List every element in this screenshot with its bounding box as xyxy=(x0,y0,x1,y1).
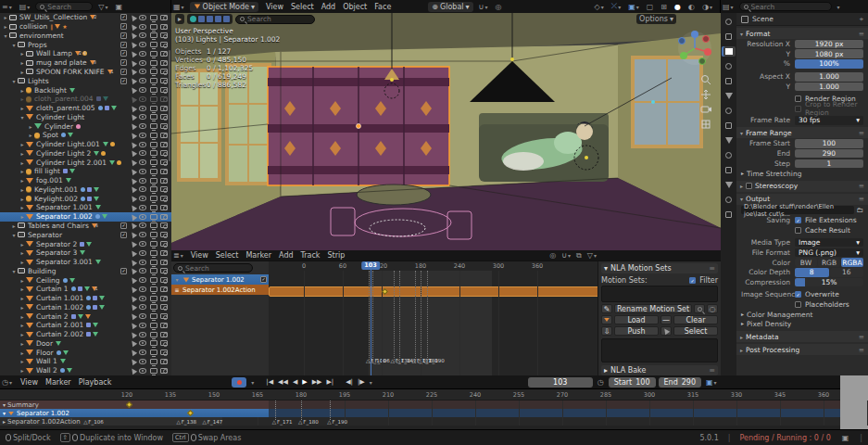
outliner-row[interactable]: ▸Curtain 2.001 xyxy=(0,321,171,330)
disable-viewports-toggle-icon[interactable] xyxy=(150,286,157,292)
menu-select[interactable]: Select xyxy=(212,251,243,260)
color-rgb-button[interactable]: RGB xyxy=(818,258,840,267)
outliner-row[interactable]: ▸Ceiling xyxy=(0,275,171,285)
hide-viewport-toggle-icon[interactable] xyxy=(139,42,146,47)
frame-start-field[interactable]: 100 xyxy=(795,139,863,148)
hide-viewport-toggle-icon[interactable] xyxy=(139,123,146,129)
hide-viewport-toggle-icon[interactable] xyxy=(139,232,146,237)
expander-icon[interactable]: ▸ xyxy=(19,350,26,356)
expander-icon[interactable]: ▸ xyxy=(19,313,26,320)
nla-channel-checkbox[interactable]: ✓ xyxy=(260,276,267,283)
disable-render-toggle-icon[interactable] xyxy=(160,133,168,138)
pixel-density-subsection[interactable]: Pixel Density xyxy=(747,320,791,328)
marker[interactable]: △F_106 xyxy=(83,419,104,425)
selectable-toggle-icon[interactable] xyxy=(129,59,136,67)
properties-search-input[interactable] xyxy=(751,3,827,11)
disable-viewports-toggle-icon[interactable] xyxy=(150,32,157,38)
selectable-toggle-icon[interactable] xyxy=(129,159,136,166)
hide-viewport-toggle-icon[interactable] xyxy=(139,15,146,20)
nla-playhead[interactable] xyxy=(371,261,371,375)
motion-sets-list[interactable] xyxy=(601,286,718,302)
disable-viewports-toggle-icon[interactable] xyxy=(150,277,157,283)
hide-viewport-toggle-icon[interactable] xyxy=(139,196,146,201)
disable-viewports-toggle-icon[interactable] xyxy=(150,150,157,156)
disable-render-toggle-icon[interactable] xyxy=(160,78,168,83)
expander-icon[interactable]: ▸ xyxy=(19,186,26,193)
disable-render-toggle-icon[interactable] xyxy=(160,277,168,283)
outliner-row[interactable]: ▾Building✓ xyxy=(0,266,171,275)
expander-icon[interactable]: ▸ xyxy=(19,177,26,184)
expander-icon[interactable]: ▾ xyxy=(10,232,18,238)
expander-icon[interactable]: ▸ xyxy=(19,367,26,374)
marker[interactable]: △F_180 xyxy=(298,419,319,425)
toggle-ortho-icon[interactable] xyxy=(700,119,711,132)
use-preview-range-icon[interactable]: ◷ xyxy=(596,378,606,387)
expander-icon[interactable]: ▸ xyxy=(19,304,26,311)
selectable-toggle-icon[interactable] xyxy=(129,276,136,284)
outliner-search-input[interactable] xyxy=(47,3,88,11)
disable-render-toggle-icon[interactable] xyxy=(160,24,168,30)
disable-render-toggle-icon[interactable] xyxy=(160,286,168,292)
selectable-toggle-icon[interactable] xyxy=(129,95,136,103)
world-tab-icon[interactable] xyxy=(722,91,736,101)
nla-bake-panel-header[interactable]: ▸NLA Bake≡ xyxy=(601,365,718,375)
nla-editor-type-dropdown[interactable]: ≣▾ xyxy=(171,251,185,260)
selectable-toggle-icon[interactable] xyxy=(129,330,136,337)
prev-keyframe-button[interactable]: ◀◀ xyxy=(276,378,290,386)
disable-viewports-toggle-icon[interactable] xyxy=(150,142,157,147)
stereoscopy-checkbox[interactable] xyxy=(746,183,752,189)
hide-viewport-toggle-icon[interactable] xyxy=(139,24,146,30)
outliner-row[interactable]: ▸Curtain 2.002 xyxy=(0,330,171,339)
scene-tab-icon[interactable] xyxy=(722,76,736,86)
disable-render-toggle-icon[interactable] xyxy=(160,350,168,355)
output-path-field[interactable]: D:\Blender stuff\render\Ellen joe\last c… xyxy=(741,206,854,215)
load-icon[interactable] xyxy=(601,315,612,324)
hide-viewport-toggle-icon[interactable] xyxy=(139,286,146,292)
outliner-row[interactable]: ▸cloth_parent.005 xyxy=(0,104,171,113)
outliner-scrollbar[interactable] xyxy=(169,50,170,161)
hide-viewport-toggle-icon[interactable] xyxy=(139,323,146,328)
selectable-toggle-icon[interactable] xyxy=(129,14,136,21)
selectable-toggle-icon[interactable] xyxy=(129,339,136,347)
physics-tab-icon[interactable] xyxy=(722,150,736,160)
light-origin-dot[interactable] xyxy=(585,156,588,159)
play-button[interactable]: ▶ xyxy=(300,378,308,386)
hide-viewport-toggle-icon[interactable] xyxy=(139,169,146,174)
outliner-row[interactable]: ▸Curtain 2 xyxy=(0,312,171,321)
outliner-row[interactable]: ▸Wall 2 xyxy=(0,366,171,375)
depth-16-button[interactable]: 16 xyxy=(830,268,864,277)
selectable-toggle-icon[interactable] xyxy=(129,322,136,329)
disable-render-toggle-icon[interactable] xyxy=(160,296,168,301)
disable-render-toggle-icon[interactable] xyxy=(160,222,168,228)
expander-icon[interactable]: ▸ xyxy=(19,259,26,265)
disable-render-toggle-icon[interactable] xyxy=(160,159,168,165)
nla-channel-separator[interactable]: ▾Separator 1.002✓ xyxy=(171,274,269,285)
metadata-section-header[interactable]: ▸Metadata≡ xyxy=(736,331,868,342)
light-origin-dot[interactable] xyxy=(510,57,514,61)
disable-render-toggle-icon[interactable] xyxy=(160,106,168,111)
disable-render-toggle-icon[interactable] xyxy=(160,186,168,192)
marker[interactable]: △F_138 xyxy=(176,419,196,425)
outliner-row[interactable]: ▸Cylinder xyxy=(0,121,171,131)
expander-icon[interactable]: ▸ xyxy=(27,132,34,138)
crop-region-checkbox[interactable] xyxy=(795,106,801,112)
disable-render-toggle-icon[interactable] xyxy=(160,42,168,47)
expander-icon[interactable]: ▸ xyxy=(19,249,26,256)
outliner-row[interactable]: ▸SW_Utils_Collection2✓ xyxy=(0,13,171,22)
disable-viewports-toggle-icon[interactable] xyxy=(150,123,157,129)
compression-slider[interactable]: 15% xyxy=(795,278,863,287)
editor-type-dropdown[interactable]: ▦▾ xyxy=(171,3,186,11)
current-frame-field[interactable]: 103 xyxy=(528,377,593,388)
selectable-toggle-icon[interactable] xyxy=(129,77,136,84)
menu-marker[interactable]: Marker xyxy=(42,378,75,387)
hide-viewport-toggle-icon[interactable] xyxy=(139,178,146,184)
outliner-row[interactable]: ▸Separator 1.002 xyxy=(0,212,171,222)
hide-viewport-toggle-icon[interactable] xyxy=(139,32,146,38)
placeholders-checkbox[interactable] xyxy=(795,301,801,308)
outliner-row[interactable]: ▸fill light xyxy=(0,167,171,176)
resolution-x-field[interactable]: 1920 px xyxy=(795,40,863,49)
menu-track[interactable]: Track xyxy=(297,251,324,260)
outliner-row[interactable]: ▾Separator✓ xyxy=(0,230,171,239)
outliner-search[interactable] xyxy=(35,2,93,11)
include-checkbox[interactable]: ✓ xyxy=(120,42,127,48)
